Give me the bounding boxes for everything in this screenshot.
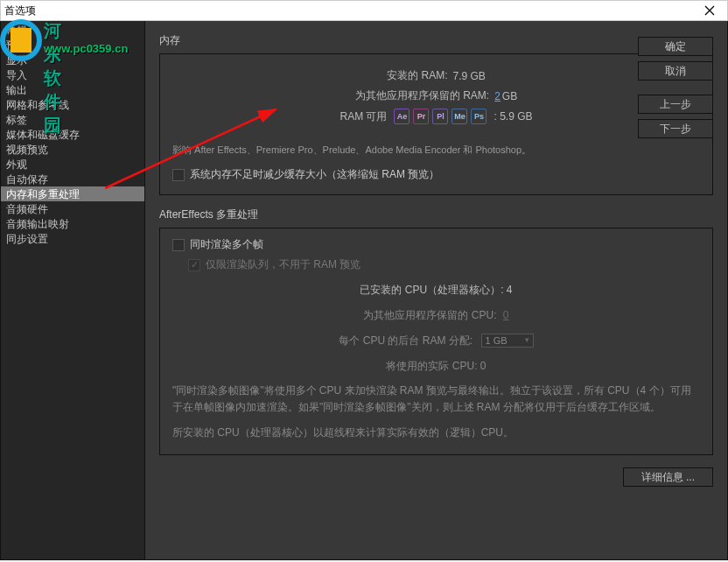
ok-button[interactable]: 确定 [638, 37, 713, 56]
memory-section: 安装的 RAM: 7.9 GB 为其他应用程序保留的 RAM: 2 GB RAM… [159, 53, 713, 195]
window-body: 常规预览显示导入输出网格和参考线标签媒体和磁盘缓存视频预览外观自动保存内存和多重… [0, 21, 728, 560]
multiprocessing-section: 同时渲染多个帧 仅限渲染队列，不用于 RAM 预览 已安装的 CPU（处理器核心… [159, 228, 713, 455]
sidebar-item[interactable]: 音频输出映射 [1, 216, 144, 231]
pl-icon: Pl [432, 109, 448, 124]
sidebar-item[interactable]: 标签 [1, 112, 144, 127]
installed-cpu-label: 已安装的 CPU（处理器核心）: 4 [172, 283, 700, 298]
reserved-ram-row: 为其他应用程序保留的 RAM: 2 GB [172, 88, 700, 103]
reserved-cpu-value[interactable]: 0 [503, 309, 509, 321]
low-mem-checkbox-row: 系统内存不足时减少缓存大小（这将缩短 RAM 预览） [172, 167, 700, 182]
multiprocessing-heading: AfterEffects 多重处理 [159, 207, 713, 222]
available-ram-row: RAM 可用 Ae Pr Pl Me Ps : 5.9 GB [172, 109, 700, 124]
sidebar-item[interactable]: 常规 [1, 23, 144, 38]
render-queue-only-row: 仅限渲染队列，不用于 RAM 预览 [188, 257, 700, 272]
sidebar-item[interactable]: 同步设置 [1, 231, 144, 246]
render-queue-only-label: 仅限渲染队列，不用于 RAM 预览 [206, 257, 360, 272]
details-button[interactable]: 详细信息 ... [623, 467, 713, 487]
sidebar-item[interactable]: 自动保存 [1, 172, 144, 186]
sidebar-item[interactable]: 显示 [1, 53, 144, 67]
app-icons: Ae Pr Pl Me Ps [394, 109, 486, 124]
sidebar-item[interactable]: 内存和多重处理 [1, 186, 144, 201]
installed-ram-row: 安装的 RAM: 7.9 GB [172, 68, 700, 83]
installed-ram-value: 7.9 GB [452, 70, 485, 82]
sidebar-item[interactable]: 预览 [1, 38, 144, 53]
ram-per-cpu-row: 每个 CPU 的后台 RAM 分配: 1 GB [172, 334, 700, 348]
reserved-cpu-row: 为其他应用程序保留的 CPU: 0 [172, 308, 700, 323]
sidebar-item[interactable]: 导入 [1, 67, 144, 82]
render-multi-checkbox[interactable] [172, 239, 185, 251]
ram-per-cpu-label: 每个 CPU 的后台 RAM 分配: [339, 334, 472, 347]
next-button[interactable]: 下一步 [638, 119, 713, 138]
memory-note: 影响 After Effects、Premiere Pro、Prelude、Ad… [172, 144, 700, 157]
reserved-ram-unit: GB [502, 90, 517, 102]
render-multi-label: 同时渲染多个帧 [190, 237, 263, 252]
render-multi-checkbox-row: 同时渲染多个帧 [172, 237, 700, 252]
low-mem-checkbox-label: 系统内存不足时减少缓存大小（这将缩短 RAM 预览） [190, 167, 439, 182]
cancel-button[interactable]: 取消 [638, 61, 713, 81]
sidebar-item[interactable]: 音频硬件 [1, 201, 144, 216]
multi-description-2: 所安装的 CPU（处理器核心）以超线程来计算实际有效的（逻辑）CPU。 [172, 425, 700, 441]
low-mem-checkbox[interactable] [172, 169, 185, 181]
ps-icon: Ps [471, 109, 486, 124]
reserved-cpu-label: 为其他应用程序保留的 CPU: [363, 309, 496, 321]
details-row: 详细信息 ... [159, 467, 713, 487]
available-ram-value: : 5.9 GB [494, 110, 532, 123]
sidebar-item[interactable]: 网格和参考线 [1, 97, 144, 112]
ram-per-cpu-select[interactable]: 1 GB [481, 334, 534, 348]
sidebar-item[interactable]: 媒体和磁盘缓存 [1, 127, 144, 142]
titlebar: 首选项 [0, 0, 728, 21]
available-ram-label: RAM 可用 [340, 109, 387, 124]
dialog-buttons: 确定 取消 上一步 下一步 [638, 37, 713, 138]
close-button[interactable] [692, 1, 727, 20]
memory-heading: 内存 [159, 33, 713, 48]
installed-ram-label: 安装的 RAM: [387, 68, 447, 83]
sidebar-item[interactable]: 视频预览 [1, 142, 144, 157]
render-queue-only-checkbox[interactable] [188, 259, 200, 271]
reserved-ram-label: 为其他应用程序保留的 RAM: [355, 88, 489, 103]
multi-description-1: "同时渲染多帧图像"将使用多个 CPU 来加快渲染 RAM 预览与最终输出。独立… [172, 383, 700, 416]
reserved-ram-value[interactable]: 2 [494, 90, 500, 102]
pr-icon: Pr [413, 109, 429, 124]
sidebar-item[interactable]: 输出 [1, 82, 144, 97]
close-icon [704, 5, 715, 16]
preferences-sidebar: 常规预览显示导入输出网格和参考线标签媒体和磁盘缓存视频预览外观自动保存内存和多重… [1, 21, 145, 559]
me-icon: Me [452, 109, 467, 124]
titlebar-title: 首选项 [4, 4, 36, 18]
actual-cpu-label: 将使用的实际 CPU: 0 [172, 359, 700, 374]
prev-button[interactable]: 上一步 [638, 95, 713, 114]
ae-icon: Ae [394, 109, 410, 124]
sidebar-item[interactable]: 外观 [1, 157, 144, 172]
